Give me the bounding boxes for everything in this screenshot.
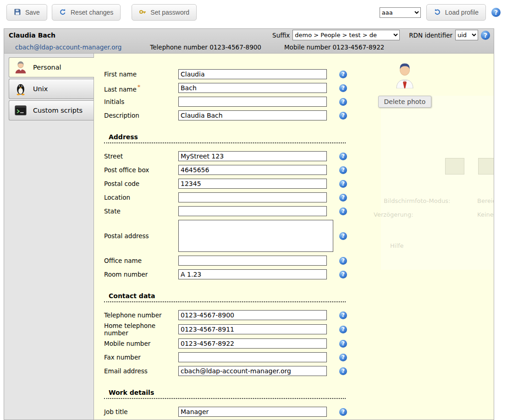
help-icon[interactable]: [339, 180, 347, 188]
help-icon[interactable]: [339, 326, 347, 333]
personal-form: Neues Bild Speichern Öffne In die Zwisch…: [94, 54, 494, 420]
user-photo: [395, 82, 415, 90]
tab-unix[interactable]: Unix: [9, 79, 94, 99]
location-input[interactable]: [178, 192, 327, 202]
email-input[interactable]: [178, 366, 327, 376]
tux-penguin-icon: [14, 82, 28, 96]
help-icon[interactable]: [339, 354, 347, 361]
fax-input[interactable]: [178, 352, 327, 362]
field-row-mobile: Mobile number: [104, 337, 494, 350]
help-icon[interactable]: [339, 257, 347, 265]
mobile-input[interactable]: [178, 338, 327, 349]
tab-unix-label: Unix: [33, 85, 48, 93]
tab-personal[interactable]: Personal: [9, 57, 94, 77]
first-name-input[interactable]: [178, 69, 327, 79]
email-label: Email address: [104, 367, 178, 375]
field-row-postal-code: Postal code: [104, 177, 494, 191]
field-row-description: Description: [104, 109, 494, 122]
rdn-label: RDN identifier: [409, 32, 452, 39]
help-icon[interactable]: [339, 112, 347, 120]
office-name-input[interactable]: [178, 256, 327, 266]
save-label: Save: [25, 9, 40, 16]
telephone-label: Telephone number: [104, 311, 178, 319]
help-icon[interactable]: [339, 194, 347, 202]
po-box-input[interactable]: [178, 165, 327, 175]
tab-custom-scripts[interactable]: Custom scripts: [9, 100, 94, 120]
help-icon[interactable]: [339, 311, 347, 319]
first-name-label: First name: [104, 71, 178, 78]
suffix-select[interactable]: demo > People > test > de: [292, 30, 400, 40]
postal-code-input[interactable]: [178, 179, 327, 189]
field-row-location: Location: [104, 191, 494, 204]
postal-address-textarea[interactable]: [178, 220, 333, 252]
home-telephone-input[interactable]: [178, 324, 327, 334]
module-sidebar: Personal Unix: [4, 54, 94, 420]
street-label: Street: [104, 153, 178, 160]
account-body: Personal Unix: [4, 54, 494, 420]
help-icon[interactable]: [491, 8, 501, 17]
field-row-room-number: Room number: [104, 267, 494, 281]
help-icon[interactable]: [339, 367, 347, 375]
initials-label: Initials: [104, 98, 178, 105]
po-box-label: Post office box: [104, 166, 178, 174]
postal-address-label: Postal address: [104, 232, 178, 240]
help-icon[interactable]: [339, 71, 347, 78]
description-input[interactable]: [178, 110, 327, 120]
last-name-input[interactable]: [178, 83, 327, 93]
load-profile-button[interactable]: Load profile: [426, 4, 486, 21]
last-name-label: Last name*: [104, 83, 178, 93]
account-header: Claudia Bach Suffix demo > People > test…: [4, 29, 494, 54]
email-link[interactable]: cbach@ldap-account-manager.org: [15, 44, 121, 51]
help-icon[interactable]: [339, 98, 347, 106]
location-label: Location: [104, 194, 178, 201]
street-input[interactable]: [178, 151, 327, 161]
reset-changes-label: Reset changes: [71, 9, 113, 16]
state-input[interactable]: [178, 206, 327, 216]
telephone-input[interactable]: [178, 310, 327, 320]
tab-personal-label: Personal: [33, 64, 61, 71]
field-row-po-box: Post office box: [104, 163, 494, 177]
field-row-state: State: [104, 204, 494, 218]
field-row-postal-address: Postal address: [104, 218, 494, 254]
person-icon: [14, 60, 28, 74]
header-help-icon[interactable]: [481, 31, 490, 40]
fax-label: Fax number: [104, 354, 178, 361]
state-label: State: [104, 207, 178, 215]
tab-custom-scripts-label: Custom scripts: [33, 107, 83, 114]
suffix-label: Suffix: [272, 32, 290, 39]
room-number-label: Room number: [104, 271, 178, 278]
help-icon[interactable]: [339, 271, 347, 278]
field-row-office-name: Office name: [104, 254, 494, 267]
header-telephone: Telephone number 0123-4567-8900: [150, 44, 261, 51]
job-title-input[interactable]: [178, 407, 327, 417]
save-button[interactable]: Save: [6, 4, 47, 21]
description-label: Description: [104, 112, 178, 119]
account-frame: Claudia Bach Suffix demo > People > test…: [4, 28, 494, 420]
required-marker: *: [138, 83, 141, 90]
help-icon[interactable]: [339, 153, 347, 160]
help-icon[interactable]: [339, 166, 347, 174]
header-mobile: Mobile number 0123-4567-8922: [284, 44, 384, 51]
job-title-label: Job title: [104, 408, 178, 415]
terminal-icon: [14, 104, 28, 117]
initials-input[interactable]: [178, 97, 327, 107]
room-number-input[interactable]: [178, 269, 327, 279]
reset-changes-button[interactable]: Reset changes: [52, 4, 121, 21]
field-row-fax: Fax number: [104, 350, 494, 364]
key-icon: [139, 8, 146, 17]
set-password-button[interactable]: Set password: [132, 4, 197, 21]
help-icon[interactable]: [339, 232, 347, 240]
help-icon[interactable]: [339, 207, 347, 215]
postal-code-label: Postal code: [104, 180, 178, 187]
delete-photo-button[interactable]: Delete photo: [378, 96, 432, 108]
last-name-label-text: Last name: [104, 85, 137, 93]
office-name-label: Office name: [104, 257, 178, 264]
field-row-email: Email address: [104, 364, 494, 378]
toolbar: Save Reset changes Set password aaa Load…: [0, 0, 507, 25]
mobile-label: Mobile number: [104, 340, 178, 347]
help-icon[interactable]: [339, 84, 347, 92]
rdn-select[interactable]: uid: [455, 30, 478, 40]
profile-select[interactable]: aaa: [380, 7, 421, 18]
help-icon[interactable]: [339, 408, 347, 416]
help-icon[interactable]: [339, 340, 347, 348]
